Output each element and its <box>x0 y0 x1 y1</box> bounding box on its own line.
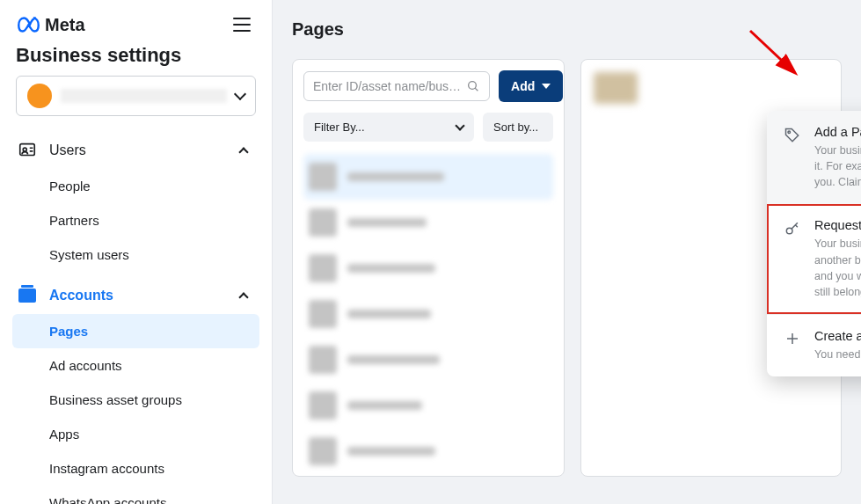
chevron-up-icon <box>238 292 248 302</box>
chevron-down-icon <box>455 121 464 130</box>
main-content: Pages Enter ID/asset name/bus… Add Filte… <box>273 0 861 504</box>
sidebar-item-partners[interactable]: Partners <box>12 203 259 237</box>
svg-point-4 <box>788 131 791 134</box>
list-item[interactable] <box>303 291 553 337</box>
sidebar-item-business-asset-groups[interactable]: Business asset groups <box>12 383 259 417</box>
sort-by-dropdown[interactable]: Sort by... <box>483 113 553 142</box>
sidebar-title: Business settings <box>0 42 272 76</box>
pages-list-blurred <box>303 154 553 474</box>
tag-icon <box>783 127 802 144</box>
nav-header-label: Users <box>49 142 228 158</box>
menu-item-title: Request Access to a Page <box>814 218 861 232</box>
list-item[interactable] <box>303 337 553 383</box>
menu-item-body: Add a Page Your business already owns th… <box>814 125 861 190</box>
account-selector[interactable] <box>16 76 256 116</box>
chevron-down-icon <box>234 88 246 100</box>
accounts-icon <box>18 286 37 305</box>
hamburger-icon[interactable] <box>230 14 254 35</box>
sidebar-item-whatsapp-accounts[interactable]: WhatsApp accounts <box>12 486 259 504</box>
svg-point-1 <box>23 148 26 151</box>
menu-item-title: Create a New Page <box>814 329 861 343</box>
filter-by-dropdown[interactable]: Filter By... <box>303 113 474 142</box>
menu-item-body: Create a New Page You need a new Page fo… <box>814 329 861 362</box>
add-dropdown-menu: Add a Page Your business already owns th… <box>767 111 861 376</box>
menu-item-desc: Your business already owns this Page or … <box>814 142 861 190</box>
sort-label: Sort by... <box>493 121 538 134</box>
menu-item-body: Request Access to a Page Your business n… <box>814 218 861 300</box>
filter-label: Filter By... <box>314 121 365 134</box>
chevron-up-icon <box>238 147 248 157</box>
sidebar-header: Meta <box>0 11 272 42</box>
menu-item-add-page[interactable]: Add a Page Your business already owns th… <box>767 111 861 204</box>
account-name-blurred <box>61 89 227 103</box>
add-button[interactable]: Add <box>499 70 563 102</box>
meta-text: Meta <box>45 15 85 35</box>
nav-section-users: Users People Partners System users <box>0 132 272 272</box>
meta-infinity-icon <box>18 17 42 33</box>
caret-down-icon <box>542 84 551 89</box>
detail-thumb-blurred <box>594 72 638 104</box>
svg-point-2 <box>469 82 477 90</box>
menu-item-request-access[interactable]: Request Access to a Page Your business n… <box>767 204 861 314</box>
search-icon <box>466 79 480 93</box>
sidebar-item-system-users[interactable]: System users <box>12 237 259 272</box>
sidebar-item-apps[interactable]: Apps <box>12 417 259 451</box>
list-item[interactable] <box>303 428 553 474</box>
plus-icon <box>783 331 802 347</box>
list-item[interactable] <box>303 383 553 428</box>
nav-header-label: Accounts <box>49 288 228 303</box>
asset-list-panel: Enter ID/asset name/bus… Add Filter By..… <box>292 59 565 477</box>
nav-section-accounts: Accounts Pages Ad accounts Business asse… <box>0 277 272 504</box>
menu-item-desc: You need a new Page for your business. <box>814 347 861 362</box>
menu-item-create-page[interactable]: Create a New Page You need a new Page fo… <box>767 314 861 376</box>
meta-logo[interactable]: Meta <box>18 15 85 35</box>
sidebar-item-ad-accounts[interactable]: Ad accounts <box>12 348 259 383</box>
sidebar-item-pages[interactable]: Pages <box>12 314 259 348</box>
list-item[interactable] <box>303 245 553 291</box>
sidebar-item-instagram-accounts[interactable]: Instagram accounts <box>12 451 259 486</box>
svg-point-5 <box>786 229 792 235</box>
avatar <box>27 84 52 108</box>
search-row: Enter ID/asset name/bus… Add <box>303 70 553 102</box>
users-icon <box>18 141 37 160</box>
search-input[interactable]: Enter ID/asset name/bus… <box>303 71 490 101</box>
list-item[interactable] <box>303 200 553 245</box>
key-icon <box>783 220 802 237</box>
menu-item-desc: Your business needs to use this Page on … <box>814 236 861 300</box>
nav-header-users[interactable]: Users <box>12 132 259 169</box>
nav-header-accounts[interactable]: Accounts <box>12 277 259 314</box>
list-item[interactable] <box>303 154 553 200</box>
svg-line-3 <box>475 88 478 91</box>
sidebar: Meta Business settings Users People Part… <box>0 0 273 504</box>
page-title: Pages <box>292 19 842 40</box>
columns: Enter ID/asset name/bus… Add Filter By..… <box>292 59 842 477</box>
sidebar-item-people[interactable]: People <box>12 169 259 203</box>
menu-item-title: Add a Page <box>814 125 861 139</box>
filter-row: Filter By... Sort by... <box>303 113 553 142</box>
add-button-label: Add <box>511 79 535 93</box>
search-placeholder: Enter ID/asset name/bus… <box>313 79 461 93</box>
